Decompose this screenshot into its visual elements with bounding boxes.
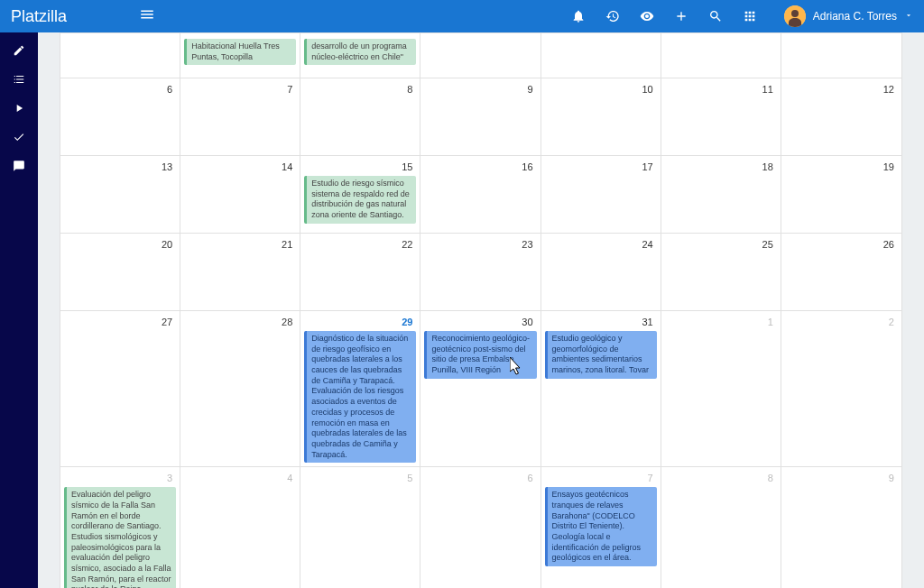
user-menu[interactable]: Adriana C. Torres	[784, 5, 913, 27]
history-icon[interactable]	[605, 9, 620, 23]
bell-icon[interactable]	[571, 9, 586, 23]
plus-icon[interactable]	[674, 9, 688, 23]
app-logo[interactable]: Platzilla	[11, 7, 67, 26]
header: Platzilla Adriana C. Torres	[0, 0, 924, 32]
username: Adriana C. Torres	[813, 10, 897, 23]
header-icons: Adriana C. Torres	[571, 5, 913, 27]
search-icon[interactable]	[708, 9, 723, 23]
avatar	[784, 5, 806, 27]
svg-point-1	[791, 10, 799, 17]
apps-icon[interactable]	[743, 9, 757, 23]
eye-icon[interactable]	[640, 9, 654, 23]
chevron-down-icon	[904, 11, 913, 22]
menu-toggle-icon[interactable]	[139, 6, 155, 27]
